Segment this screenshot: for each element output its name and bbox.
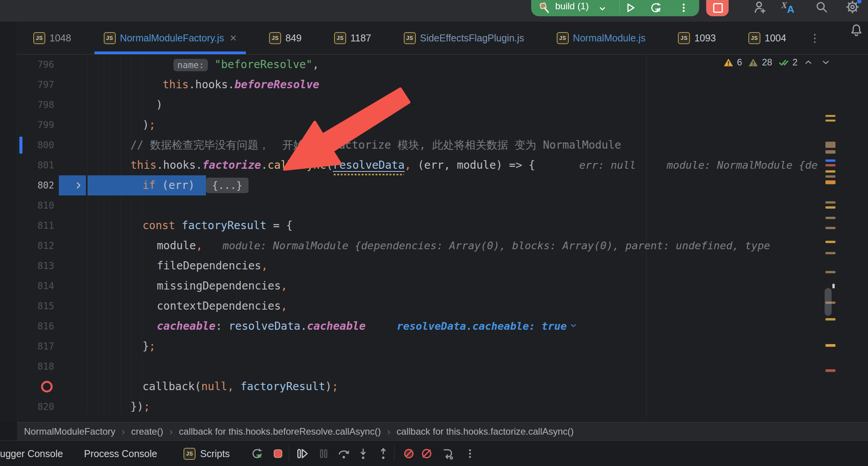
code-text: callback(null, factoryResult); [142, 377, 338, 397]
code-token: callback [142, 380, 195, 393]
line-number[interactable]: 820 [17, 397, 54, 417]
code-line-817[interactable]: }; [0, 336, 868, 356]
chevron-up-icon[interactable] [803, 57, 813, 67]
line-number[interactable]: 802 [17, 175, 54, 195]
code-line-820[interactable]: }); [0, 397, 868, 417]
code-token: beforeResolve [234, 78, 319, 91]
breadcrumb-item[interactable]: create() [131, 426, 163, 437]
code-line-815[interactable]: contextDependencies, [0, 296, 868, 316]
code-line-816[interactable]: cacheable: resolveData.cacheableresolveD… [0, 316, 868, 336]
code-line-812[interactable]: module,module: NormalModule {dependencie… [0, 236, 868, 256]
stripe-mark[interactable] [825, 318, 835, 320]
stripe-mark[interactable] [825, 369, 835, 372]
chevron-down-icon[interactable] [569, 316, 578, 336]
code-token: . [261, 159, 268, 171]
stripe-mark[interactable] [825, 142, 835, 148]
line-number[interactable]: 796 [17, 55, 54, 75]
code-text: module, [157, 236, 202, 256]
line-number[interactable]: 800 [17, 135, 54, 155]
stripe-mark[interactable] [825, 344, 835, 347]
inline-debugger-hint: module: NormalModule {de [667, 155, 818, 175]
code-text: ); [142, 115, 156, 135]
rerun-debug-icon[interactable] [250, 447, 264, 461]
fold-chevron-icon[interactable] [74, 180, 84, 190]
stripe-mark[interactable] [825, 206, 835, 209]
step-out-icon[interactable] [376, 447, 390, 461]
line-number[interactable]: 812 [17, 236, 54, 256]
code-line-818[interactable] [0, 356, 868, 377]
stripe-mark[interactable] [825, 175, 835, 178]
code-line-798[interactable]: ) [0, 95, 868, 115]
code-line-814[interactable]: missingDependencies, [0, 276, 868, 296]
pause-icon[interactable] [317, 447, 331, 461]
stripe-mark[interactable] [825, 120, 835, 122]
code-line-797[interactable]: this.hooks.beforeResolve [0, 75, 868, 95]
stripe-mark[interactable] [825, 271, 835, 273]
code-token: . [156, 159, 163, 171]
line-number[interactable]: 799 [17, 115, 54, 135]
stripe-mark[interactable] [825, 180, 835, 184]
stripe-mark[interactable] [832, 284, 835, 288]
folded-code-region[interactable]: {...} [206, 178, 249, 193]
stripe-mark[interactable] [825, 115, 835, 117]
inspections-widget[interactable]: 6 28 2 [723, 56, 831, 69]
code-line-813[interactable]: fileDependencies, [0, 256, 868, 276]
toolwindow-tab-label: ugger Console [0, 448, 63, 459]
toolwindow-tab-ugger-console[interactable]: ugger Console [0, 441, 63, 466]
stripe-mark[interactable] [825, 241, 835, 243]
stripe-mark[interactable] [825, 150, 835, 154]
line-number[interactable]: 798 [17, 95, 54, 115]
breadcrumb-item[interactable]: callback for this.hooks.factorize.callAs… [396, 426, 574, 437]
code-line-802[interactable]: if (err) {...} [0, 175, 868, 195]
step-into-icon[interactable] [356, 447, 370, 461]
scrollbar-thumb[interactable] [825, 288, 832, 316]
vcs-change-marker[interactable] [19, 137, 22, 154]
code-line-799[interactable]: ); [0, 115, 868, 135]
line-number[interactable]: 815 [17, 296, 54, 316]
stripe-mark[interactable] [825, 217, 835, 219]
code-token: this [130, 159, 156, 171]
code-line-801[interactable]: this.hooks.factorize.callAsync(resolveDa… [0, 155, 868, 175]
mute-breakpoints-icon[interactable] [402, 447, 416, 461]
toolwindow-tab-process-console[interactable]: Process Console [84, 441, 157, 466]
disable-breakpoints-icon[interactable] [420, 447, 434, 461]
code-token: , [281, 279, 287, 292]
line-number[interactable]: 801 [17, 155, 54, 175]
breakpoint-icon[interactable] [41, 381, 53, 392]
code-line-810[interactable] [0, 195, 868, 216]
line-number[interactable]: 811 [17, 216, 54, 236]
line-number[interactable]: 813 [17, 256, 54, 276]
stripe-mark[interactable] [825, 252, 835, 254]
code-token: resolveData [333, 159, 405, 171]
line-number[interactable]: 810 [17, 195, 54, 216]
line-number[interactable]: 797 [17, 75, 54, 95]
toolwindow-tab-label: Process Console [84, 448, 157, 459]
line-number[interactable]: 818 [17, 356, 54, 377]
breadcrumb-item[interactable]: callback for this.hooks.beforeResolve.ca… [179, 426, 381, 437]
kebab-icon[interactable] [463, 447, 477, 461]
code-line-800[interactable]: // 数据检查完毕没有问题， 开始调用 factorize 模块, 此处将相关数… [0, 135, 868, 155]
toolwindow-tab-scripts[interactable]: JSScripts [184, 441, 230, 466]
code-line[interactable]: callback(null, factoryResult); [0, 377, 868, 397]
run-to-cursor-icon[interactable] [441, 447, 455, 461]
resume-icon[interactable] [295, 447, 309, 461]
step-over-icon[interactable] [337, 447, 351, 461]
code-token: }) [130, 400, 144, 413]
code-line-811[interactable]: const factoryResult = { [0, 216, 868, 236]
stripe-mark[interactable] [825, 201, 835, 204]
line-number[interactable]: 814 [17, 276, 54, 296]
stripe-mark[interactable] [825, 170, 835, 173]
inline-watch-value: resolveData.cacheable: true [397, 316, 567, 336]
line-number[interactable]: 816 [17, 316, 54, 336]
line-number[interactable]: 817 [17, 336, 54, 356]
stripe-mark[interactable] [825, 227, 835, 229]
stripe-mark[interactable] [825, 164, 835, 166]
code-text: this.hooks.beforeResolve [163, 75, 319, 95]
stop-icon[interactable] [271, 447, 285, 461]
chevron-down-icon[interactable] [821, 57, 831, 67]
code-token: resolveData [228, 320, 300, 332]
stripe-mark[interactable] [825, 159, 835, 162]
inline-watch[interactable]: resolveData.cacheable: true [397, 316, 578, 336]
breadcrumb-separator-icon: › [169, 426, 173, 438]
breadcrumb-item[interactable]: NormalModuleFactory [24, 426, 115, 437]
